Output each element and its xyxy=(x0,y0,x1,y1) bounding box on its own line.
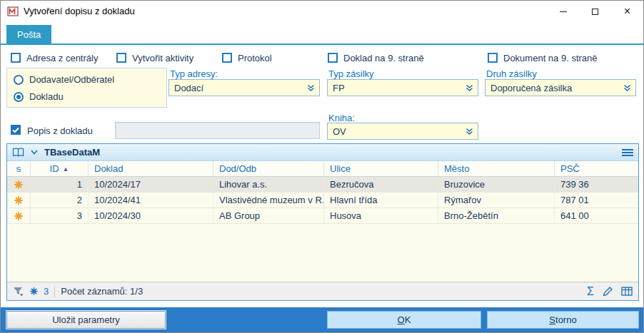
edit-button[interactable] xyxy=(603,287,613,297)
cell-mesto: Rýmařov xyxy=(438,193,555,208)
dropdown-arrow-icon xyxy=(464,84,474,92)
pencil-icon xyxy=(603,287,613,297)
checkbox-popis-z-dokladu[interactable] xyxy=(11,124,21,135)
druh-zasilky-label: Druh zásilky xyxy=(486,68,537,79)
new-records-icon xyxy=(30,287,38,295)
column-header-dod-odb[interactable]: Dod/Odb xyxy=(213,161,324,176)
grid-title: TBaseDataM xyxy=(44,147,100,158)
checkbox-adresa-z-centraly[interactable]: Adresa z centrály xyxy=(11,52,98,63)
grid-menu-button[interactable] xyxy=(622,149,633,156)
cell-psc: 787 01 xyxy=(555,193,638,208)
table-icon xyxy=(621,287,633,296)
cell-id: 2 xyxy=(31,193,89,208)
record-asterisk-icon xyxy=(14,180,23,189)
checkbox-unchecked-icon xyxy=(116,53,126,63)
cell-dod-odb: Vlastivědné muzeum v R... xyxy=(213,193,324,208)
table-row[interactable]: 2 10/2024/41 Vlastivědné muzeum v R... H… xyxy=(7,193,638,208)
address-source-group: Dodavatel/Odběratel Dokladu xyxy=(6,68,167,108)
checkbox-doklad-na-9-strane[interactable]: Doklad na 9. straně xyxy=(328,52,424,63)
cell-id: 1 xyxy=(31,177,89,192)
ok-label-rest: K xyxy=(405,314,411,325)
typ-adresy-label: Typ adresy: xyxy=(170,68,218,79)
tab-bar: Pošta xyxy=(1,24,643,45)
storno-accelerator: S xyxy=(549,314,555,325)
cell-ulice: Husova xyxy=(324,208,438,223)
filter-icon xyxy=(13,287,24,297)
kniha-label: Kniha: xyxy=(328,113,355,123)
checkbox-label: Protokol xyxy=(238,53,272,63)
radio-unselected-icon xyxy=(14,75,24,85)
kniha-value: OV xyxy=(333,126,464,137)
row-status-cell xyxy=(7,177,31,192)
close-button[interactable]: × xyxy=(611,1,643,22)
save-parameters-button[interactable]: Uložit parametry xyxy=(6,311,166,329)
close-icon: × xyxy=(624,6,630,17)
window-controls: × xyxy=(547,1,643,22)
grid-status-bar: 3 Počet záznamů: 1/3 Σ xyxy=(7,282,638,300)
sum-icon: Σ xyxy=(587,286,594,297)
title-bar: Vytvoření dopisu z dokladu × xyxy=(1,1,643,22)
column-header-label: ID xyxy=(50,163,59,174)
checkbox-label: Vytvořit aktivity xyxy=(132,53,193,63)
app-icon xyxy=(7,6,19,17)
menu-icon xyxy=(622,155,633,156)
cell-doklad: 10/2024/41 xyxy=(89,193,213,208)
kniha-select[interactable]: OV xyxy=(327,123,478,140)
grid-settings-button[interactable] xyxy=(621,287,633,296)
grid-title-bar: TBaseDataM xyxy=(7,144,638,161)
checkbox-checked-icon xyxy=(11,125,21,135)
cell-mesto: Bruzovice xyxy=(438,177,555,192)
tab-underline xyxy=(1,43,643,45)
popis-z-dokladu-label: Popis z dokladu xyxy=(27,125,93,136)
dropdown-arrow-icon xyxy=(306,84,316,92)
checkbox-label: Doklad na 9. straně xyxy=(343,53,424,63)
dropdown-arrow-icon xyxy=(464,128,474,135)
dialog-window: Vytvoření dopisu z dokladu × Pošta Adres… xyxy=(0,0,644,333)
maximize-button[interactable] xyxy=(579,1,611,22)
table-row[interactable]: 3 10/2024/30 AB Group Husova Brno-Žebětí… xyxy=(7,208,638,224)
typ-adresy-select[interactable]: Dodací xyxy=(168,79,320,96)
records-grid: TBaseDataM s ID ▲ Doklad Dod/Odb Ulice M… xyxy=(6,143,639,301)
typ-zasilky-label: Typ zásilky xyxy=(328,68,374,79)
row-status-cell xyxy=(7,193,31,208)
grid-header-row: s ID ▲ Doklad Dod/Odb Ulice Město PSČ xyxy=(7,161,638,177)
druh-zasilky-select[interactable]: Doporučená zásilka xyxy=(485,79,636,96)
checkbox-unchecked-icon xyxy=(11,53,21,63)
radio-label: Dokladu xyxy=(29,91,64,102)
tab-posta[interactable]: Pošta xyxy=(6,25,51,43)
storno-button[interactable]: Storno xyxy=(487,311,639,329)
column-header-s[interactable]: s xyxy=(7,161,31,176)
grid-collapse-button[interactable] xyxy=(31,150,38,155)
column-header-ulice[interactable]: Ulice xyxy=(324,161,438,176)
table-row[interactable]: 1 10/2024/17 Lihovar a.s. Bezručova Bruz… xyxy=(7,177,638,193)
checkbox-dokument-na-9-strane[interactable]: Dokument na 9. straně xyxy=(488,52,598,63)
filter-button[interactable] xyxy=(13,287,24,297)
radio-dodavatel-odberatel[interactable]: Dodavatel/Odběratel xyxy=(14,74,114,85)
new-records-count: 3 xyxy=(44,286,49,297)
cell-doklad: 10/2024/17 xyxy=(89,177,213,192)
column-header-mesto[interactable]: Město xyxy=(438,161,555,176)
cell-ulice: Hlavní třída xyxy=(324,193,438,208)
minimize-button[interactable] xyxy=(547,1,579,22)
column-header-psc[interactable]: PSČ xyxy=(555,161,638,176)
column-header-id[interactable]: ID ▲ xyxy=(31,161,89,176)
typ-zasilky-select[interactable]: FP xyxy=(327,79,478,96)
column-header-doklad[interactable]: Doklad xyxy=(89,161,213,176)
sort-ascending-icon: ▲ xyxy=(63,165,69,173)
radio-dokladu[interactable]: Dokladu xyxy=(14,91,64,102)
cell-ulice: Bezručova xyxy=(324,177,438,192)
ok-button[interactable]: OK xyxy=(327,311,481,329)
cell-psc: 641 00 xyxy=(555,208,638,223)
druh-zasilky-value: Doporučená zásilka xyxy=(490,83,622,93)
sum-button[interactable]: Σ xyxy=(587,286,594,297)
checkbox-vytvorit-aktivity[interactable]: Vytvořit aktivity xyxy=(116,52,193,63)
record-asterisk-icon xyxy=(14,212,23,220)
ok-accelerator: O xyxy=(398,314,405,325)
popis-input[interactable] xyxy=(115,122,320,139)
menu-icon xyxy=(622,152,633,153)
storno-label-rest: torno xyxy=(555,314,577,325)
cell-psc: 739 36 xyxy=(555,177,638,192)
checkbox-unchecked-icon xyxy=(222,53,232,63)
bottom-button-bar: Uložit parametry OK Storno xyxy=(1,307,643,332)
checkbox-protokol[interactable]: Protokol xyxy=(222,52,272,63)
